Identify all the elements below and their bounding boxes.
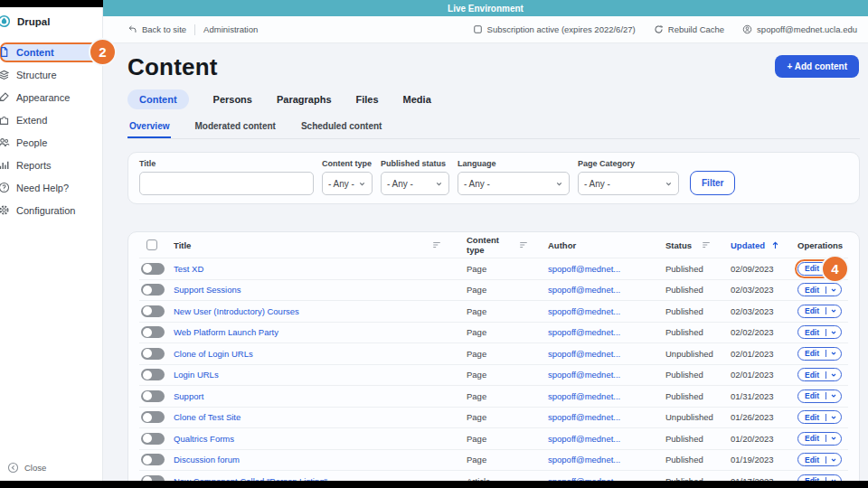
- chevron-down-icon: [830, 350, 837, 357]
- edit-dropdown-toggle[interactable]: [826, 414, 841, 421]
- edit-dropdown-toggle[interactable]: [826, 392, 841, 399]
- header-content-type[interactable]: Content type: [454, 235, 541, 255]
- select-all-checkbox[interactable]: [146, 239, 157, 250]
- edit-dropdown-toggle[interactable]: [826, 350, 841, 357]
- sidebar-item-extend[interactable]: Extend: [0, 110, 100, 130]
- row-toggle[interactable]: [141, 454, 165, 465]
- close-label: Close: [24, 463, 46, 473]
- tab-persons[interactable]: Persons: [213, 89, 252, 109]
- row-toggle[interactable]: [141, 390, 165, 402]
- table-row: Clone of Login URLs Page spopoff@mednet.…: [139, 343, 848, 364]
- row-title-link[interactable]: Discussion forum: [174, 455, 454, 465]
- sidebar-item-appearance[interactable]: Appearance: [0, 88, 100, 108]
- row-edit-button[interactable]: Edit: [797, 432, 842, 446]
- row-edit-button[interactable]: Edit: [797, 305, 842, 318]
- filter-panel: Title Content type - Any - Published sta…: [127, 152, 860, 204]
- row-author-link[interactable]: spopoff@mednet...: [541, 370, 658, 380]
- row-title-link[interactable]: Clone of Login URLs: [174, 349, 454, 359]
- row-author-link[interactable]: spopoff@mednet...: [541, 434, 658, 444]
- row-edit-button[interactable]: Edit: [797, 283, 842, 296]
- row-toggle[interactable]: [141, 326, 165, 338]
- back-to-site-link[interactable]: Back to site: [127, 24, 186, 34]
- tab-files[interactable]: Files: [356, 89, 379, 109]
- row-edit-button[interactable]: Edit: [797, 474, 842, 481]
- rebuild-cache-button[interactable]: Rebuild Cache: [654, 24, 724, 34]
- row-edit-button[interactable]: Edit: [797, 410, 842, 424]
- sidebar-item-need-help[interactable]: Need Help?: [0, 178, 100, 198]
- row-content-type: Page: [454, 285, 541, 295]
- chevron-down-icon: [830, 435, 837, 442]
- sort-icon[interactable]: [432, 240, 441, 249]
- row-toggle[interactable]: [141, 263, 165, 275]
- sidebar-item-configuration[interactable]: Configuration: [0, 201, 100, 221]
- language-filter-select[interactable]: - Any -: [458, 172, 570, 195]
- sidebar-item-reports[interactable]: Reports: [0, 155, 100, 175]
- row-author-link[interactable]: spopoff@mednet...: [541, 455, 658, 465]
- row-author-link[interactable]: spopoff@mednet...: [541, 349, 658, 359]
- row-toggle[interactable]: [141, 369, 165, 380]
- row-title-link[interactable]: Login URLs: [174, 370, 454, 380]
- content-type-filter-select[interactable]: - Any -: [322, 172, 373, 195]
- published-status-filter-select[interactable]: - Any -: [381, 172, 449, 195]
- row-updated: 02/03/2023: [723, 285, 790, 295]
- row-toggle[interactable]: [141, 411, 165, 423]
- subscription-status: Subscription active (expires 2022/6/27): [473, 24, 636, 34]
- language-filter-label: Language: [458, 159, 570, 168]
- row-title-link[interactable]: Support Sessions: [174, 285, 454, 295]
- row-title-link[interactable]: Qualtrics Forms: [174, 434, 454, 444]
- sidebar-item-content[interactable]: Content 2: [0, 42, 100, 62]
- row-title-link[interactable]: Clone of Test Site: [174, 412, 454, 422]
- row-author-link[interactable]: spopoff@mednet...: [541, 412, 658, 422]
- row-author-link[interactable]: spopoff@mednet...: [541, 264, 658, 274]
- row-toggle[interactable]: [141, 305, 165, 317]
- add-content-button[interactable]: + Add content: [775, 55, 859, 78]
- row-author-link[interactable]: spopoff@mednet...: [541, 285, 658, 295]
- row-author-link[interactable]: spopoff@mednet...: [541, 391, 658, 401]
- header-author[interactable]: Author: [541, 240, 658, 250]
- user-account-menu[interactable]: spopoff@mednet.ucla.edu: [742, 24, 857, 34]
- row-toggle[interactable]: [141, 284, 165, 296]
- administration-link[interactable]: Administration: [203, 24, 258, 34]
- edit-dropdown-toggle[interactable]: [826, 329, 841, 336]
- sidebar-close-button[interactable]: Close: [7, 462, 46, 474]
- sort-icon[interactable]: [519, 240, 528, 249]
- tab-paragraphs[interactable]: Paragraphs: [277, 89, 332, 109]
- puzzle-icon: [0, 114, 10, 126]
- drupal-logo[interactable]: Drupal: [0, 7, 102, 33]
- row-title-link[interactable]: Test XD: [174, 264, 454, 274]
- tab-media[interactable]: Media: [403, 89, 431, 109]
- header-status[interactable]: Status: [658, 240, 723, 250]
- row-title-link[interactable]: Web Platform Launch Party: [174, 327, 454, 337]
- row-updated: 02/01/2023: [723, 349, 790, 359]
- row-edit-button[interactable]: Edit: [797, 453, 842, 466]
- row-toggle[interactable]: [141, 348, 165, 360]
- row-edit-button[interactable]: Edit: [797, 347, 842, 361]
- row-content-type: Page: [454, 327, 541, 337]
- subtab-overview[interactable]: Overview: [127, 117, 171, 138]
- edit-dropdown-toggle[interactable]: [826, 286, 841, 294]
- row-toggle[interactable]: [141, 433, 165, 445]
- page-category-filter-select[interactable]: - Any -: [578, 172, 679, 195]
- row-title-link[interactable]: Support: [174, 391, 454, 401]
- row-author-link[interactable]: spopoff@mednet...: [541, 327, 658, 337]
- sidebar-item-structure[interactable]: Structure: [0, 65, 100, 85]
- row-edit-button[interactable]: Edit: [797, 389, 842, 403]
- edit-dropdown-toggle[interactable]: [826, 307, 841, 314]
- edit-dropdown-toggle[interactable]: [826, 371, 841, 379]
- sort-icon[interactable]: [702, 240, 711, 249]
- annotation-step-badge: 2: [89, 38, 117, 66]
- edit-dropdown-toggle[interactable]: [826, 435, 841, 442]
- row-edit-button[interactable]: Edit: [797, 368, 842, 381]
- edit-dropdown-toggle[interactable]: [826, 456, 841, 464]
- header-title[interactable]: Title: [174, 240, 454, 250]
- sidebar-item-people[interactable]: People: [0, 133, 100, 153]
- tab-content[interactable]: Content: [127, 89, 189, 109]
- subtab-moderated-content[interactable]: Moderated content: [193, 117, 277, 138]
- subtab-scheduled-content[interactable]: Scheduled content: [299, 117, 383, 138]
- row-author-link[interactable]: spopoff@mednet...: [541, 306, 658, 316]
- filter-button[interactable]: Filter: [690, 171, 735, 195]
- header-updated[interactable]: Updated: [723, 240, 790, 250]
- row-title-link[interactable]: New User (Introductory) Courses: [174, 306, 454, 316]
- row-edit-button[interactable]: Edit: [797, 325, 842, 339]
- title-filter-input[interactable]: [139, 172, 314, 195]
